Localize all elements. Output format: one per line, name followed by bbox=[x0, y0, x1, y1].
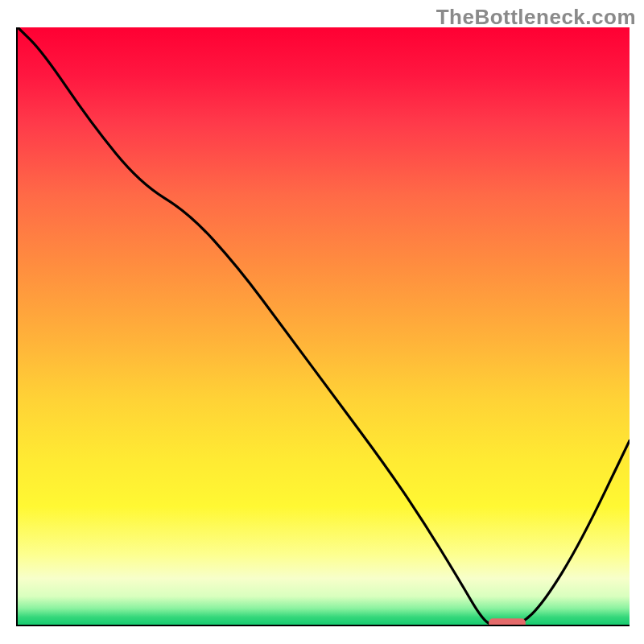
plot-area bbox=[18, 27, 630, 626]
curve-layer bbox=[18, 27, 630, 626]
bottleneck-chart: TheBottleneck.com bbox=[0, 0, 644, 644]
bottleneck-curve bbox=[18, 27, 630, 626]
watermark-text: TheBottleneck.com bbox=[436, 5, 636, 30]
optimal-range-marker bbox=[489, 618, 526, 626]
